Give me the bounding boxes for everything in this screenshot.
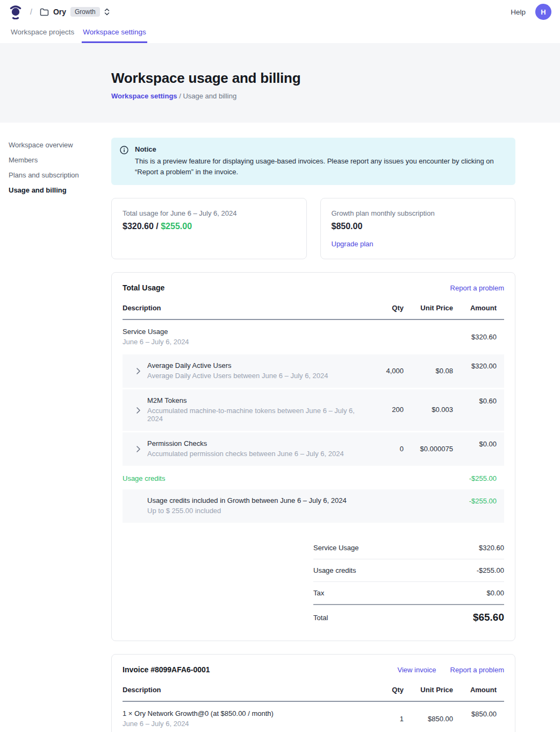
help-link[interactable]: Help: [511, 8, 526, 16]
subscription-card: Growth plan monthly subscription $850.00…: [320, 198, 516, 259]
notice-title: Notice: [135, 145, 506, 153]
workspace-name: Ory: [53, 8, 66, 16]
breadcrumb-current: / Usage and billing: [177, 92, 237, 100]
page-header: Workspace usage and billing Workspace se…: [0, 43, 560, 123]
notice-banner: Notice This is a preview feature for dis…: [111, 138, 515, 185]
breadcrumb: Workspace settings / Usage and billing: [111, 92, 560, 100]
notice-body: This is a preview feature for displaying…: [135, 156, 506, 177]
total-usage-label: Total usage for June 6 – July 6, 2024: [123, 209, 296, 217]
total-usage-card: Total usage for June 6 – July 6, 2024 $3…: [111, 198, 307, 259]
table-row-usage-credits-detail: Usage credits included in Growth between…: [123, 489, 504, 523]
folder-icon: [40, 8, 49, 16]
info-icon: [120, 146, 128, 177]
total-usage-table-card: Total Usage Report a problem Description…: [111, 272, 515, 641]
table-row-service-usage: Service Usage June 6 – July 6, 2024 $320…: [123, 320, 504, 354]
workspace-switcher[interactable]: Ory Growth: [40, 7, 110, 17]
workspace-tabbar: Workspace projects Workspace settings: [0, 24, 560, 43]
total-usage-value: $320.60 / $255.00: [123, 222, 296, 231]
avatar[interactable]: H: [535, 4, 551, 20]
table-row-permission-checks[interactable]: Permission Checks Accumulated permission…: [123, 432, 504, 466]
table-row-m2m-tokens[interactable]: M2M Tokens Accumulated machine-to-machin…: [123, 389, 504, 431]
settings-sidebar: Workspace overview Members Plans and sub…: [0, 138, 111, 732]
usage-card-title: Total Usage: [123, 283, 164, 292]
table-row-usage-credits: Usage credits -$255.00: [123, 467, 504, 489]
invoice-card: Invoice #8099AFA6-0001 View invoice Repo…: [111, 654, 515, 732]
invoice-line-item-row: 1 × Ory Network Growth@0 (at $850.00 / m…: [123, 702, 504, 732]
ory-logo-icon[interactable]: [9, 4, 23, 19]
chevron-right-icon[interactable]: [137, 368, 140, 374]
sidebar-item-members[interactable]: Members: [9, 153, 111, 167]
summary-row-usage-credits: Usage credits -$255.00: [313, 559, 504, 582]
invoice-title: Invoice #8099AFA6-0001: [123, 665, 210, 674]
usage-table-header: Description Qty Unit Price Amount: [123, 301, 504, 320]
subscription-label: Growth plan monthly subscription: [332, 209, 505, 217]
invoice-table-header: Description Qty Unit Price Amount: [123, 683, 504, 702]
sidebar-item-usage-billing[interactable]: Usage and billing: [9, 183, 111, 197]
page-title: Workspace usage and billing: [111, 70, 560, 87]
view-invoice-link[interactable]: View invoice: [398, 666, 436, 674]
summary-row-tax: Tax $0.00: [313, 582, 504, 604]
summary-row-service-usage: Service Usage $320.60: [313, 537, 504, 559]
summary-row-total: Total $65.60: [313, 604, 504, 630]
report-problem-link[interactable]: Report a problem: [450, 666, 504, 674]
table-row-daily-active-users[interactable]: Average Daily Active Users Average Daily…: [123, 354, 504, 388]
sidebar-item-workspace-overview[interactable]: Workspace overview: [9, 138, 111, 152]
included-credit-value: $255.00: [161, 222, 192, 231]
plan-badge: Growth: [70, 7, 100, 17]
breadcrumb-separator: /: [30, 8, 32, 16]
chevron-right-icon[interactable]: [137, 407, 140, 414]
tab-workspace-projects[interactable]: Workspace projects: [10, 24, 75, 43]
chevron-updown-icon[interactable]: [104, 8, 110, 16]
breadcrumb-settings-link[interactable]: Workspace settings: [111, 92, 177, 100]
usage-summary: Service Usage $320.60 Usage credits -$25…: [313, 537, 504, 630]
subscription-amount: $850.00: [332, 222, 505, 231]
upgrade-plan-link[interactable]: Upgrade plan: [332, 240, 374, 248]
chevron-right-icon[interactable]: [137, 446, 140, 452]
top-navbar: / Ory Growth Help H: [0, 0, 560, 24]
tab-workspace-settings[interactable]: Workspace settings: [82, 24, 147, 43]
sidebar-item-plans-subscription[interactable]: Plans and subscription: [9, 168, 111, 182]
report-problem-link[interactable]: Report a problem: [450, 284, 504, 292]
